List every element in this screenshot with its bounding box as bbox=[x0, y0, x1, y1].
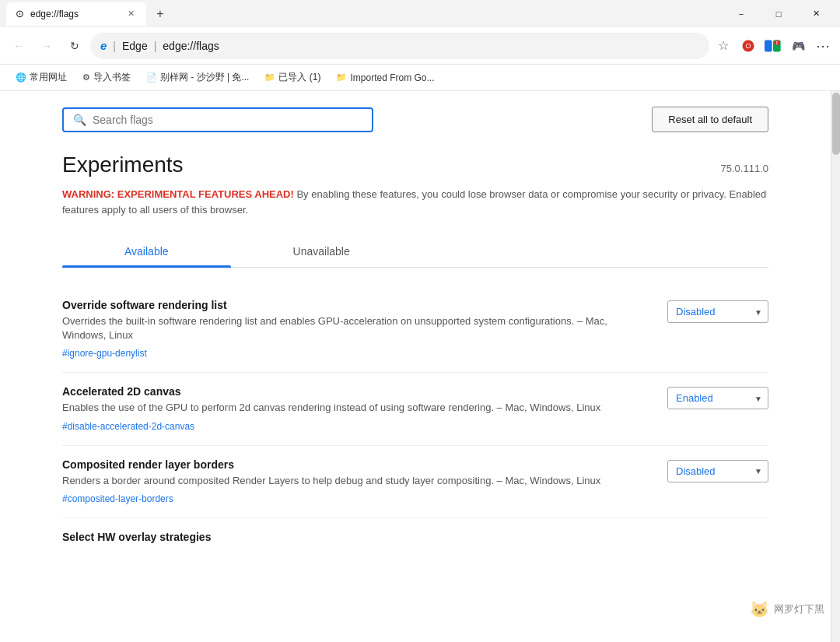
address-bar-separator: | bbox=[154, 40, 157, 52]
bookmark-item-0[interactable]: 🌐 常用网址 bbox=[9, 68, 73, 86]
warning-paragraph: WARNING: EXPERIMENTAL FEATURES AHEAD! By… bbox=[62, 187, 768, 217]
watermark-icon: 🐱 bbox=[750, 600, 769, 619]
bookmark-icon-4: 📁 bbox=[336, 72, 347, 82]
new-tab-button[interactable]: + bbox=[149, 3, 171, 25]
tab-title: edge://flags bbox=[30, 9, 79, 19]
address-separator: | bbox=[113, 40, 116, 52]
flag-name-3: Select HW overlay strategies bbox=[62, 531, 768, 543]
flag-select-container-0: Default Disabled Enabled ▼ bbox=[667, 300, 768, 323]
bookmark-item-2[interactable]: 📄 别样网 - 沙沙野 | 免... bbox=[140, 68, 255, 86]
flag-select-wrapper-0: Default Disabled Enabled ▼ bbox=[667, 299, 768, 323]
warning-label: WARNING: EXPERIMENTAL FEATURES AHEAD! bbox=[62, 188, 294, 200]
version-badge: 75.0.111.0 bbox=[721, 163, 768, 174]
games-button[interactable]: 🎮 bbox=[787, 35, 809, 57]
forward-button[interactable]: → bbox=[34, 33, 59, 58]
scrollbar-track[interactable] bbox=[831, 91, 840, 642]
address-bar-wrapper: e | Edge | bbox=[90, 33, 709, 59]
flag-name-1: Accelerated 2D canvas bbox=[62, 385, 642, 398]
nav-extras: ☆ O 1 🎮 ⋯ bbox=[712, 35, 834, 57]
tab-available[interactable]: Available bbox=[62, 236, 231, 267]
flag-info-3: Select HW overlay strategies bbox=[62, 531, 768, 546]
active-tab[interactable]: ⊙ edge://flags ✕ bbox=[6, 2, 146, 26]
main-area: 🔍 Reset all to default Experiments 75.0.… bbox=[0, 91, 831, 642]
flag-select-wrapper-1: Default Disabled Enabled ▼ bbox=[667, 385, 768, 409]
experiments-title: Experiments bbox=[62, 153, 184, 177]
flag-desc-1: Enables the use of the GPU to perform 2d… bbox=[62, 401, 642, 415]
minimize-button[interactable]: − bbox=[723, 2, 759, 26]
flag-name-0: Override software rendering list bbox=[62, 299, 642, 311]
close-button[interactable]: ✕ bbox=[798, 2, 834, 26]
edge-logo-icon: e bbox=[100, 39, 107, 52]
flag-info-0: Override software rendering list Overrid… bbox=[62, 299, 642, 360]
svg-text:1: 1 bbox=[775, 40, 778, 44]
flag-link-2[interactable]: #composited-layer-borders bbox=[62, 493, 173, 504]
flag-select-wrapper-2: Default Disabled Enabled ▼ bbox=[667, 458, 768, 482]
profile-button[interactable]: 1 bbox=[762, 35, 784, 57]
svg-rect-2 bbox=[765, 40, 772, 51]
bookmark-label-3: 已导入 (1) bbox=[278, 71, 320, 84]
flag-link-1[interactable]: #disable-accelerated-2d-canvas bbox=[62, 421, 194, 432]
window-controls: − □ ✕ bbox=[723, 2, 834, 26]
flag-info-1: Accelerated 2D canvas Enables the use of… bbox=[62, 385, 642, 432]
bookmark-icon-2: 📄 bbox=[146, 72, 157, 82]
bookmark-label-2: 别样网 - 沙沙野 | 免... bbox=[160, 71, 249, 84]
address-input[interactable] bbox=[163, 40, 699, 52]
back-button[interactable]: ← bbox=[6, 33, 31, 58]
bookmark-item-1[interactable]: ⚙ 导入书签 bbox=[76, 68, 137, 86]
search-area: 🔍 Reset all to default bbox=[0, 91, 831, 145]
reset-all-button[interactable]: Reset all to default bbox=[652, 107, 768, 132]
flag-info-2: Composited render layer borders Renders … bbox=[62, 458, 642, 505]
bookmarks-bar: 🌐 常用网址 ⚙ 导入书签 📄 别样网 - 沙沙野 | 免... 📁 已导入 (… bbox=[0, 65, 840, 91]
watermark: 🐱 网罗灯下黑 bbox=[750, 600, 824, 619]
bookmark-item-3[interactable]: 📁 已导入 (1) bbox=[258, 68, 327, 86]
search-input[interactable] bbox=[93, 114, 362, 126]
bookmark-label-0: 常用网址 bbox=[30, 71, 67, 84]
title-bar-left: ⊙ edge://flags ✕ + bbox=[6, 2, 720, 26]
svg-text:O: O bbox=[745, 42, 751, 50]
search-box: 🔍 bbox=[62, 107, 373, 132]
experiments-header: Experiments 75.0.111.0 bbox=[62, 153, 768, 177]
tab-unavailable[interactable]: Unavailable bbox=[231, 236, 412, 267]
watermark-text: 网罗灯下黑 bbox=[774, 602, 824, 616]
flag-name-2: Composited render layer borders bbox=[62, 458, 642, 471]
bookmark-label-4: Imported From Go... bbox=[350, 72, 434, 83]
bookmark-icon-0: 🌐 bbox=[16, 72, 26, 82]
bookmark-label-1: 导入书签 bbox=[93, 71, 131, 84]
flag-item-3: Select HW overlay strategies bbox=[62, 518, 768, 559]
bookmark-icon-1: ⚙ bbox=[82, 72, 90, 82]
nav-bar: ← → ↻ e | Edge | ☆ O 1 🎮 ⋯ bbox=[0, 27, 840, 65]
more-options-button[interactable]: ⋯ bbox=[812, 35, 834, 57]
flag-desc-2: Renders a border around composited Rende… bbox=[62, 474, 642, 488]
flag-select-2[interactable]: Default Disabled Enabled bbox=[667, 460, 768, 482]
bookmark-icon-3: 📁 bbox=[264, 72, 275, 82]
tab-close-button[interactable]: ✕ bbox=[124, 8, 137, 20]
bookmark-item-4[interactable]: 📁 Imported From Go... bbox=[330, 70, 440, 86]
tabs-row: Available Unavailable bbox=[62, 236, 768, 268]
maximize-button[interactable]: □ bbox=[761, 2, 796, 26]
flag-select-container-1: Default Disabled Enabled ▼ bbox=[667, 387, 768, 409]
extensions-button[interactable]: O bbox=[737, 35, 759, 57]
title-bar: ⊙ edge://flags ✕ + − □ ✕ bbox=[0, 0, 840, 27]
flag-select-1[interactable]: Default Disabled Enabled bbox=[667, 387, 768, 409]
favorites-button[interactable]: ☆ bbox=[712, 35, 734, 57]
flag-link-0[interactable]: #ignore-gpu-denylist bbox=[62, 348, 147, 359]
flag-desc-0: Overrides the built-in software renderin… bbox=[62, 314, 642, 342]
flag-select-0[interactable]: Default Disabled Enabled bbox=[667, 300, 768, 323]
experiments-area: Experiments 75.0.111.0 WARNING: EXPERIME… bbox=[0, 145, 831, 642]
flag-item-1: Accelerated 2D canvas Enables the use of… bbox=[62, 373, 768, 445]
tab-favicon: ⊙ bbox=[16, 8, 24, 19]
page-content: 🔍 Reset all to default Experiments 75.0.… bbox=[0, 91, 840, 642]
refresh-button[interactable]: ↻ bbox=[62, 33, 87, 58]
scrollbar-thumb[interactable] bbox=[832, 93, 840, 155]
flag-select-container-2: Default Disabled Enabled ▼ bbox=[667, 460, 768, 482]
search-icon: 🔍 bbox=[73, 114, 86, 126]
flag-item-0: Override software rendering list Overrid… bbox=[62, 286, 768, 373]
brand-label: Edge bbox=[122, 40, 148, 52]
flag-item-2: Composited render layer borders Renders … bbox=[62, 446, 768, 518]
